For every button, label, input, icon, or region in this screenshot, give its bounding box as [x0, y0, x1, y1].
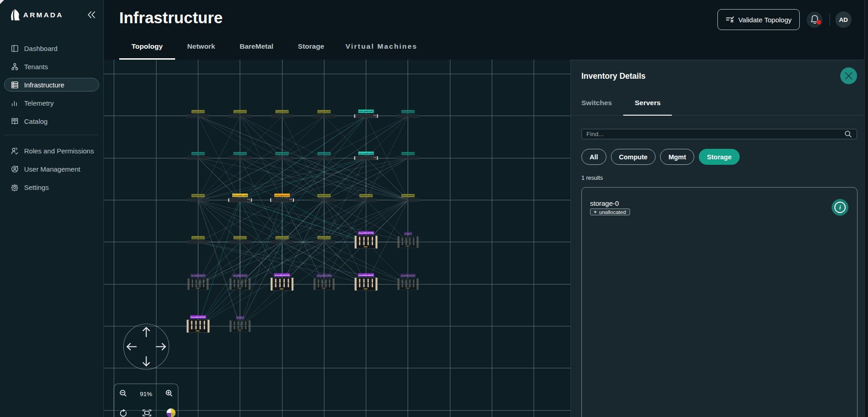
- svg-text:leaf-prod03-sw03: leaf-prod03-sw03: [318, 194, 330, 197]
- svg-text:sw-group03-sw00: sw-group03-sw00: [192, 111, 204, 113]
- svg-text:spine-pod03-sw03: spine-pod03-sw03: [318, 153, 330, 155]
- svg-text:spine-pod03-sw02: spine-pod03-sw02: [276, 153, 288, 155]
- svg-text:spine-pod03-sw01: spine-pod03-sw01: [359, 110, 373, 112]
- svg-text:leaf-prod03-sw02: leaf-prod03-sw02: [233, 194, 247, 197]
- svg-text:hpu-prod03-ax03-h100: hpu-prod03-ax03-h100: [317, 275, 331, 277]
- svg-text:storage-0: storage-0: [404, 233, 411, 235]
- svg-text:spine-pod03-sw01: spine-pod03-sw01: [234, 153, 246, 155]
- svg-text:sw-group03-sw02: sw-group03-sw02: [276, 111, 288, 113]
- svg-text:leaf-prod03-sw11: leaf-prod03-sw11: [234, 237, 246, 239]
- svg-text:storage-0: storage-0: [237, 316, 243, 319]
- svg-text:spine-pod03-sw05: spine-pod03-sw05: [402, 153, 414, 155]
- svg-text:sw-group03-sw01: sw-group03-sw01: [234, 111, 246, 113]
- svg-text:hpu-prod03-ax05-h100: hpu-prod03-ax05-h100: [401, 275, 415, 277]
- svg-text:leaf-prod03-sw04: leaf-prod03-sw04: [360, 194, 372, 197]
- svg-text:hpu-prod03-ax01-h100: hpu-prod03-ax01-h100: [233, 275, 247, 277]
- svg-text:hpu-prod03-ax00-h100: hpu-prod03-ax00-h100: [191, 275, 205, 277]
- svg-text:spine-pod03-sw00: spine-pod03-sw00: [192, 153, 204, 155]
- svg-text:hpu-prod03-ax02-h100: hpu-prod03-ax02-h100: [275, 274, 289, 276]
- svg-text:hpu-prod03-ax01-h100: hpu-prod03-ax01-h100: [359, 232, 373, 234]
- svg-text:leaf-prod03-sw01: leaf-prod03-sw01: [192, 194, 204, 197]
- svg-text:leaf-prod03-sw12: leaf-prod03-sw12: [276, 237, 288, 239]
- svg-text:root-mgmt-sw-a: root-mgmt-sw-a: [275, 194, 290, 197]
- svg-text:91%: 91%: [140, 391, 152, 397]
- svg-text:leaf-prod03-sw05: leaf-prod03-sw05: [402, 194, 414, 197]
- svg-text:hpu-prod03-ax06-h100: hpu-prod03-ax06-h100: [191, 316, 205, 318]
- svg-text:sw-group03-sw03: sw-group03-sw03: [318, 111, 330, 113]
- svg-text:hpu-prod03-ax04-h100: hpu-prod03-ax04-h100: [359, 274, 373, 276]
- svg-text:spine-pod03-sw02: spine-pod03-sw02: [402, 111, 414, 113]
- svg-text:leaf-prod03-sw10: leaf-prod03-sw10: [192, 237, 204, 239]
- svg-text:leaf-prod03-sw13: leaf-prod03-sw13: [318, 237, 330, 239]
- svg-text:spine-pod03-sw05: spine-pod03-sw05: [359, 153, 373, 155]
